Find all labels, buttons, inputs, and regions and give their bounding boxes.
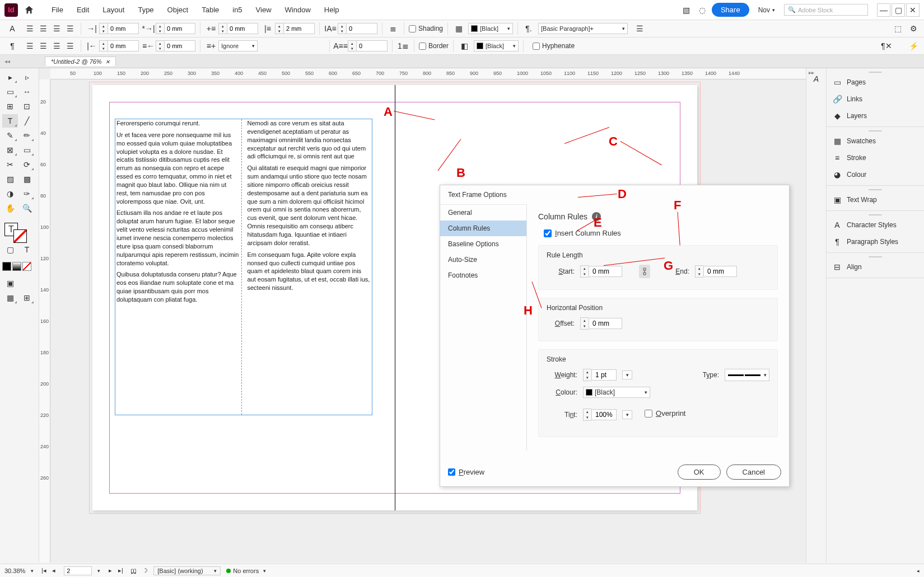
- overprint-checkbox[interactable]: [645, 410, 652, 417]
- weight-stepper[interactable]: ▴▾: [583, 369, 617, 381]
- ok-button[interactable]: OK: [678, 465, 721, 480]
- fill-swatch-icon[interactable]: ▦: [452, 22, 465, 35]
- document-tab[interactable]: *Untitled-2 @ 76% ✕: [45, 57, 116, 66]
- quick-apply-icon[interactable]: ☰: [633, 22, 646, 35]
- page-input[interactable]: [64, 566, 92, 575]
- hand-tool[interactable]: ✋: [2, 201, 18, 215]
- start-stepper[interactable]: ▴▾: [580, 265, 622, 278]
- dropcap-chars-stepper[interactable]: ▴▾: [348, 40, 388, 51]
- scroll-left-icon[interactable]: ◂: [917, 568, 920, 574]
- menu-edit[interactable]: Edit: [70, 6, 96, 14]
- panel-colour[interactable]: ◕Colour: [827, 166, 924, 183]
- settings-gear-icon[interactable]: ⚙: [907, 22, 920, 35]
- workspace-switcher[interactable]: Nov▾: [753, 4, 781, 16]
- flash-icon[interactable]: ⚡: [907, 40, 920, 52]
- open-structure-icon[interactable]: 🕮: [130, 567, 137, 574]
- align-center2-icon[interactable]: ☰: [37, 40, 49, 52]
- indent-right-stepper[interactable]: ▴▾: [99, 40, 139, 51]
- sidebar-item-footnotes[interactable]: Footnotes: [440, 268, 526, 283]
- page-tool[interactable]: ▭: [2, 85, 18, 98]
- close-button[interactable]: ✕: [906, 3, 920, 17]
- align-right-icon[interactable]: ☰: [50, 22, 63, 35]
- rectangle-tool[interactable]: ▭: [19, 143, 35, 157]
- bridge-icon[interactable]: ⬚: [892, 22, 904, 35]
- library-icon[interactable]: ▧: [680, 4, 693, 16]
- menu-table[interactable]: Table: [195, 6, 226, 14]
- preflight-status[interactable]: No errors▾: [226, 567, 266, 574]
- eyedropper-tool[interactable]: ✑: [19, 187, 35, 200]
- text-frame[interactable]: Ferorersperio corumqui rerunt.Ur et face…: [115, 119, 372, 415]
- indent-firstline-stepper[interactable]: ▴▾: [156, 23, 195, 34]
- panel-links[interactable]: 🔗Links: [827, 91, 924, 107]
- view-mode-normal[interactable]: ▣: [2, 276, 18, 290]
- end-input[interactable]: [703, 266, 737, 277]
- balance-select[interactable]: Ignore▾: [218, 40, 258, 51]
- cancel-button[interactable]: Cancel: [726, 465, 781, 480]
- pencil-tool[interactable]: ✏: [19, 129, 35, 142]
- weight-dropdown[interactable]: ▾: [622, 370, 632, 379]
- share-button[interactable]: Share: [712, 3, 749, 17]
- content-placer-tool[interactable]: ⊡: [19, 100, 35, 113]
- panel-pages[interactable]: ▭Pages: [827, 74, 924, 91]
- align-center-icon[interactable]: ☰: [37, 22, 49, 35]
- preview-checkbox[interactable]: [448, 468, 455, 476]
- stroke-colour-select[interactable]: [Black]▾: [474, 40, 519, 51]
- fill-stroke-swap[interactable]: T: [2, 222, 35, 242]
- scissors-tool[interactable]: ✂: [2, 158, 18, 171]
- offset-stepper[interactable]: ▴▾: [580, 317, 622, 330]
- dropcap-lines-stepper[interactable]: ▴▾: [338, 23, 377, 34]
- sidebar-item-autosize[interactable]: Auto-Size: [440, 252, 526, 268]
- panel-character-styles[interactable]: ACharacter Styles: [827, 217, 924, 233]
- character-mode-icon[interactable]: A: [4, 24, 20, 33]
- menu-view[interactable]: View: [249, 6, 278, 14]
- next-spread-button[interactable]: ▸: [106, 566, 115, 575]
- rectangle-frame-tool[interactable]: ⊠: [2, 143, 18, 157]
- indent-lastline-stepper[interactable]: ▴▾: [156, 40, 195, 51]
- stroke-swatch-icon[interactable]: ◧: [458, 40, 470, 52]
- paragraph-style-select[interactable]: [Basic Paragraph]+▾: [538, 23, 628, 34]
- line-tool[interactable]: ╱: [19, 114, 35, 128]
- numbered-list-icon[interactable]: 1≣: [397, 40, 409, 52]
- menu-in5[interactable]: in5: [226, 6, 249, 14]
- menu-window[interactable]: Window: [278, 6, 318, 14]
- type-tool[interactable]: T: [2, 114, 18, 128]
- shading-checkbox[interactable]: [409, 25, 416, 32]
- start-input[interactable]: [589, 266, 622, 277]
- gradient-feather-tool[interactable]: ▩: [19, 172, 35, 186]
- gradient-swatch-tool[interactable]: ▨: [2, 172, 18, 186]
- menu-type[interactable]: Type: [131, 6, 160, 14]
- preflight-profile-icon[interactable]: ☽: [142, 567, 148, 574]
- content-collector-tool[interactable]: ⊞: [2, 100, 18, 113]
- sidebar-item-general[interactable]: General: [440, 205, 526, 221]
- canvas[interactable]: 5010015020025030035040045050055060065070…: [39, 68, 806, 562]
- bullets-icon[interactable]: ≣: [387, 22, 399, 35]
- tint-input[interactable]: [591, 409, 617, 420]
- menu-object[interactable]: Object: [161, 6, 195, 14]
- free-transform-tool[interactable]: ⟳: [19, 158, 35, 171]
- sidebar-item-column-rules[interactable]: Column Rules: [440, 221, 526, 236]
- tint-dropdown[interactable]: ▾: [622, 410, 632, 419]
- menu-file[interactable]: File: [45, 6, 70, 14]
- minimize-button[interactable]: —: [877, 3, 890, 17]
- bulb-icon[interactable]: ◌: [696, 4, 708, 16]
- home-icon[interactable]: [24, 4, 35, 16]
- note-tool[interactable]: ◑: [2, 187, 18, 200]
- offset-input[interactable]: [589, 318, 622, 329]
- fill-colour-select[interactable]: [Black]▾: [468, 23, 513, 34]
- indent-left-stepper[interactable]: ▴▾: [99, 23, 139, 34]
- space-before-stepper[interactable]: ▴▾: [218, 23, 258, 34]
- align-justify-icon[interactable]: ☰: [64, 22, 76, 35]
- screen-mode[interactable]: ⊞: [19, 291, 35, 304]
- last-spread-button[interactable]: ▸|: [116, 566, 125, 575]
- space-between-stepper[interactable]: ▴▾: [275, 23, 315, 34]
- align-left2-icon[interactable]: ☰: [24, 40, 36, 52]
- type-select[interactable]: ▾: [725, 369, 769, 381]
- formatting-text-icon[interactable]: T: [19, 243, 35, 256]
- panel-layers[interactable]: ◆Layers: [827, 107, 924, 124]
- align-away-icon[interactable]: ☰: [64, 40, 76, 52]
- search-input[interactable]: 🔍 Adobe Stock: [784, 4, 868, 16]
- menu-layout[interactable]: Layout: [96, 6, 131, 14]
- border-checkbox[interactable]: [419, 43, 426, 50]
- prev-spread-button[interactable]: ◂: [49, 566, 58, 575]
- menu-help[interactable]: Help: [318, 6, 346, 14]
